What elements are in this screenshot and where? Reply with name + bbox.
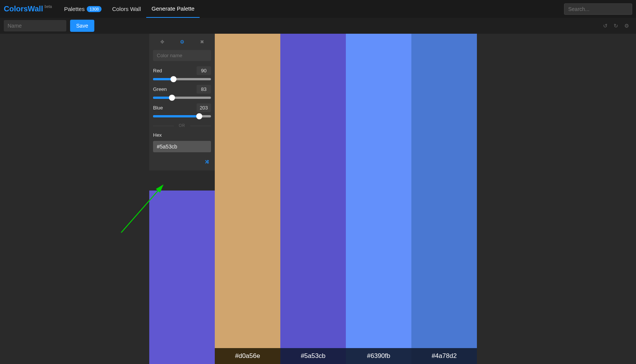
nav-palettes-label: Palettes (64, 6, 84, 12)
nav-palettes[interactable]: Palettes 1308 (59, 0, 107, 18)
blue-value[interactable]: 203 (197, 103, 211, 112)
color-swatch-0[interactable] (149, 191, 215, 364)
color-hex-label-4: #4a78d2 (411, 348, 477, 364)
palettes-count-badge: 1308 (87, 6, 101, 12)
color-column-3: #6390fb (346, 34, 411, 364)
hex-input[interactable] (153, 141, 211, 152)
blue-slider[interactable] (153, 115, 211, 117)
undo-icon[interactable]: ↺ (603, 23, 608, 29)
beta-tag: beta (45, 5, 52, 9)
move-icon[interactable]: ✥ (160, 39, 164, 45)
brand-logo[interactable]: ColorsWall (4, 5, 43, 13)
or-divider: OR (153, 123, 211, 128)
green-value[interactable]: 83 (197, 85, 211, 94)
blue-slider-row: Blue 203 (149, 103, 215, 122)
toolbar: Save ↺ ↻ ⚙ (0, 18, 636, 34)
palette-name-input[interactable] (4, 20, 66, 31)
color-swatch-3[interactable] (346, 34, 411, 348)
red-slider[interactable] (153, 78, 211, 80)
nav-colors-wall[interactable]: Colors Wall (107, 0, 146, 18)
main-area: ✥ ⚙ ✖ Red 90 Green 83 (0, 34, 636, 364)
color-hex-label-1: #d0a56e (215, 348, 280, 364)
color-hex-label-3: #6390fb (346, 348, 411, 364)
color-column-4: #4a78d2 (411, 34, 477, 364)
color-edit-panel: ✥ ⚙ ✖ Red 90 Green 83 (149, 34, 215, 170)
color-hex-label-2: #5a53cb (280, 348, 346, 364)
color-swatch-1[interactable] (215, 34, 280, 348)
hex-label: Hex (149, 131, 215, 139)
search-input[interactable] (564, 3, 632, 15)
gear-icon[interactable]: ⚙ (180, 39, 184, 45)
green-slider[interactable] (153, 97, 211, 99)
redo-icon[interactable]: ↻ (614, 23, 618, 29)
gear-icon[interactable]: ⚙ (624, 23, 629, 29)
nav-generate-palette[interactable]: Generate Palette (146, 0, 200, 18)
color-swatch-2[interactable] (280, 34, 346, 348)
save-button[interactable]: Save (70, 20, 94, 32)
red-value[interactable]: 90 (197, 66, 211, 75)
color-swatch-4[interactable] (411, 34, 477, 348)
shuffle-icon[interactable]: ⤮ (205, 158, 209, 165)
color-column-1: #d0a56e (215, 34, 280, 364)
green-label: Green (153, 86, 167, 92)
red-slider-row: Red 90 (149, 66, 215, 85)
blue-label: Blue (153, 105, 163, 111)
close-icon[interactable]: ✖ (200, 39, 204, 45)
green-slider-row: Green 83 (149, 85, 215, 103)
red-label: Red (153, 68, 162, 73)
color-name-input[interactable] (153, 50, 211, 61)
navbar: ColorsWall beta Palettes 1308 Colors Wal… (0, 0, 636, 18)
color-column-2: #5a53cb (280, 34, 346, 364)
